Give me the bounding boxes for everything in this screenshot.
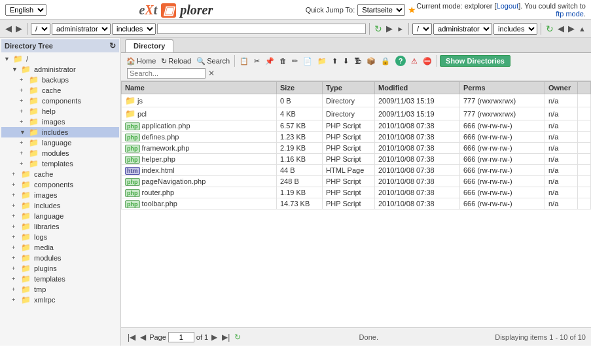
forward-button-1[interactable]: ▶ <box>14 24 24 33</box>
new-file-button[interactable]: 📄 <box>301 56 314 66</box>
forward-btn-1b[interactable]: ▶ <box>385 24 394 33</box>
expand-icon[interactable]: + <box>12 223 18 230</box>
expand-icon[interactable]: + <box>12 171 18 177</box>
logout-link[interactable]: Logout <box>497 2 519 10</box>
file-name-cell[interactable]: 📁pcl <box>122 107 277 120</box>
first-page-button[interactable]: |◀ <box>126 333 137 342</box>
admin-select-1[interactable]: administrator <box>52 23 111 35</box>
file-name-cell[interactable]: phpdefines.php <box>122 132 277 143</box>
col-size[interactable]: Size <box>277 82 323 94</box>
sidebar-item-backups-2[interactable]: +📁backups <box>1 75 119 85</box>
includes-select-1[interactable]: includes <box>112 23 156 35</box>
sidebar-item-libraries-16[interactable]: +📁libraries <box>1 221 119 232</box>
sidebar-item-includes-7[interactable]: ▼📁includes <box>1 127 119 137</box>
file-name-cell[interactable]: phpframework.php <box>122 143 277 154</box>
warning-button[interactable]: ⚠ <box>409 56 420 66</box>
expand-icon[interactable]: + <box>20 160 26 167</box>
sidebar-item-xmlrpc-23[interactable]: +📁xmlrpc <box>1 295 119 305</box>
expand-icon[interactable]: + <box>12 265 18 272</box>
expand-icon[interactable]: + <box>12 286 18 293</box>
expand-icon[interactable]: + <box>12 297 18 303</box>
file-search-input[interactable] <box>127 68 206 79</box>
sidebar-item-logs-17[interactable]: +📁logs <box>1 232 119 242</box>
expand-icon[interactable]: + <box>20 108 26 115</box>
stop-button[interactable]: ⛔ <box>421 56 434 66</box>
expand-icon[interactable]: ▼ <box>12 66 18 73</box>
sidebar-item-administrator-1[interactable]: ▼📁administrator <box>1 64 119 75</box>
expand-icon[interactable]: ▼ <box>4 56 10 62</box>
file-name-cell[interactable]: phprouter.php <box>122 187 277 198</box>
extract-button[interactable]: 📦 <box>365 56 378 66</box>
new-folder-button[interactable]: 📁 <box>315 56 329 66</box>
help-button[interactable]: ? <box>393 55 408 67</box>
show-directories-button[interactable]: Show Directories <box>440 55 510 67</box>
sidebar-refresh-icon[interactable]: ↻ <box>109 41 116 50</box>
col-perms[interactable]: Perms <box>460 82 545 94</box>
sidebar-item-components-12[interactable]: +📁components <box>1 179 119 190</box>
up-btn-2[interactable]: ▲ <box>577 25 587 33</box>
file-name-cell[interactable]: phphelper.php <box>122 154 277 165</box>
forward-btn-1c[interactable]: ► <box>395 25 405 33</box>
expand-icon[interactable]: + <box>12 244 18 251</box>
paste-button[interactable]: 📌 <box>263 56 276 66</box>
sidebar-item-media-18[interactable]: +📁media <box>1 242 119 253</box>
sidebar-item-help-5[interactable]: +📁help <box>1 106 119 117</box>
file-name-cell[interactable]: htmindex.html <box>122 165 277 176</box>
download-button[interactable]: ⬇ <box>341 56 351 66</box>
cut-button[interactable]: ✂ <box>252 56 262 66</box>
sidebar-item-/-0[interactable]: ▼📁/ <box>1 54 119 64</box>
sidebar-item-plugins-20[interactable]: +📁plugins <box>1 263 119 274</box>
sidebar-item-components-4[interactable]: +📁components <box>1 96 119 106</box>
language-select[interactable]: English <box>5 4 46 16</box>
refresh-btn-1[interactable]: ↻ <box>373 24 384 34</box>
sidebar-item-images-13[interactable]: +📁images <box>1 190 119 200</box>
upload-button[interactable]: ⬆ <box>330 56 340 66</box>
home-button[interactable]: 🏠 Home <box>124 56 158 66</box>
expand-icon[interactable]: + <box>12 192 18 198</box>
file-name-cell[interactable]: phppageNavigation.php <box>122 176 277 187</box>
back-button-1[interactable]: ◀ <box>4 24 13 33</box>
includes-select-2[interactable]: includes <box>493 23 537 35</box>
sidebar-item-images-6[interactable]: +📁images <box>1 117 119 127</box>
back-btn-2[interactable]: ◀ <box>556 24 565 33</box>
sidebar-item-modules-9[interactable]: +📁modules <box>1 148 119 158</box>
sidebar-item-modules-19[interactable]: +📁modules <box>1 253 119 263</box>
reload-button[interactable]: ↻ Reload <box>159 56 193 66</box>
sidebar-item-language-15[interactable]: +📁language <box>1 211 119 221</box>
admin-select-2[interactable]: administrator <box>433 23 492 35</box>
expand-icon[interactable]: ▼ <box>20 129 26 136</box>
copy-button[interactable]: 📋 <box>238 56 251 66</box>
col-modified[interactable]: Modified <box>375 82 460 94</box>
expand-icon[interactable]: + <box>12 276 18 282</box>
sidebar-item-cache-11[interactable]: +📁cache <box>1 169 119 179</box>
clear-search-icon[interactable]: ✕ <box>207 69 216 78</box>
expand-icon[interactable]: + <box>12 255 18 261</box>
delete-button[interactable]: 🗑 <box>278 56 289 65</box>
page-number-input[interactable]: 1 <box>168 332 194 342</box>
search-button[interactable]: 🔍 Search <box>194 56 232 66</box>
file-name-cell[interactable]: phptoolbar.php <box>122 198 277 209</box>
next-page-button[interactable]: ▶ <box>210 333 219 342</box>
tab-directory[interactable]: Directory <box>125 39 173 52</box>
expand-icon[interactable]: + <box>20 87 26 94</box>
col-type[interactable]: Type <box>323 82 375 94</box>
forward-btn-2[interactable]: ▶ <box>567 24 576 33</box>
page-reload-button[interactable]: ↻ <box>233 333 242 342</box>
sidebar-item-templates-10[interactable]: +📁templates <box>1 158 119 169</box>
compress-button[interactable]: 🗜 <box>352 56 363 65</box>
expand-icon[interactable]: + <box>20 118 26 125</box>
expand-icon[interactable]: + <box>20 150 26 156</box>
prev-page-button[interactable]: ◀ <box>139 333 147 342</box>
expand-icon[interactable]: + <box>12 181 18 188</box>
path-select-2[interactable]: / <box>412 23 432 35</box>
sidebar-item-cache-3[interactable]: +📁cache <box>1 85 119 96</box>
last-page-button[interactable]: ▶| <box>221 333 231 342</box>
rename-button[interactable]: ✏ <box>290 56 300 66</box>
col-name[interactable]: Name <box>122 82 277 94</box>
ftp-mode-link[interactable]: ftp mode <box>556 10 584 18</box>
path-text-input-1[interactable] <box>157 24 366 34</box>
file-name-cell[interactable]: 📁js <box>122 94 277 107</box>
sidebar-item-templates-21[interactable]: +📁templates <box>1 274 119 284</box>
file-name-cell[interactable]: phpapplication.php <box>122 120 277 132</box>
expand-icon[interactable]: + <box>20 98 26 104</box>
